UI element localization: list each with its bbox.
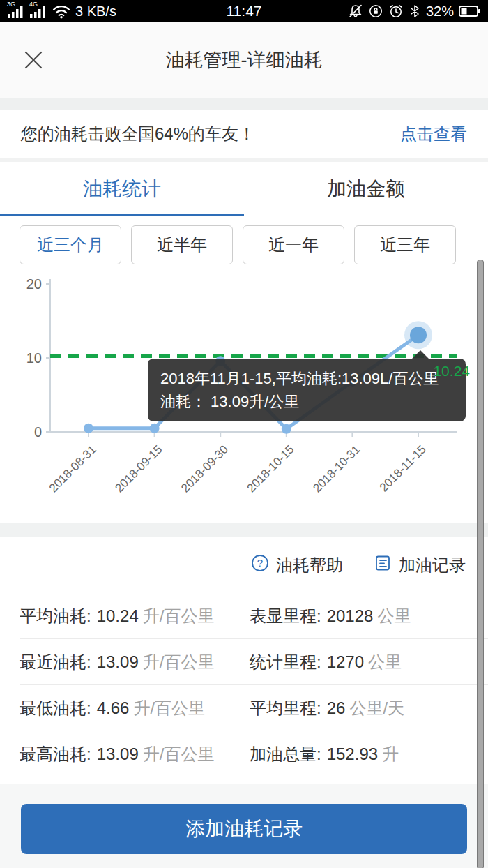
stat-value: 20128	[327, 606, 374, 625]
filter-3-years-button[interactable]: 近三年	[354, 225, 456, 264]
tab-bar: 油耗统计 加油金额	[0, 162, 488, 216]
stat-row: 最高油耗:13.09升/百公里 加油总量:152.93升	[20, 731, 488, 777]
tooltip-line1: 2018年11月1-15,平均油耗:13.09L/百公里	[160, 367, 453, 390]
view-ranking-link[interactable]: 点击查看	[400, 123, 467, 145]
chart-tooltip: 2018年11月1-15,平均油耗:13.09L/百公里 油耗： 13.09升/…	[148, 359, 466, 421]
svg-text:0: 0	[34, 424, 42, 440]
section-divider	[0, 98, 488, 110]
bluetooth-icon	[409, 3, 421, 19]
stat-unit: 升/百公里	[143, 652, 215, 671]
tab-refuel-amount[interactable]: 加油金额	[244, 162, 488, 216]
page-title: 油耗管理-详细油耗	[0, 47, 488, 73]
filter-half-year-button[interactable]: 近半年	[131, 225, 233, 264]
data-point	[150, 424, 160, 433]
svg-text:2018-08-31: 2018-08-31	[47, 442, 99, 495]
stat-unit: 升/百公里	[143, 744, 215, 763]
highlighted-data-point	[410, 327, 427, 343]
signal-bars-icon: 3G	[7, 2, 25, 20]
ranking-message: 您的油耗击败全国64%的车友！	[21, 123, 255, 145]
data-point	[282, 424, 291, 434]
svg-text:2018-09-30: 2018-09-30	[178, 442, 231, 495]
filter-1-year-button[interactable]: 近一年	[243, 225, 344, 264]
muted-bell-icon	[348, 3, 363, 19]
stat-label: 表显里程:	[250, 606, 321, 625]
network-speed: 3 KB/s	[75, 3, 116, 20]
stat-value: 10.24	[97, 606, 139, 625]
wifi-icon	[52, 3, 71, 19]
records-document-icon	[374, 554, 392, 576]
tab-fuel-stats[interactable]: 油耗统计	[0, 162, 244, 216]
stats-section: ? 油耗帮助 加油记录 平均油耗:10.24升/百公里 表显里程:20128公里…	[0, 537, 488, 786]
stat-value: 13.09	[97, 744, 139, 763]
stat-value: 152.93	[327, 744, 378, 763]
stat-unit: 升/百公里	[133, 698, 205, 717]
status-bar: 3G 4G 3 KB/s 11:47	[0, 0, 488, 22]
svg-text:2018-11-15: 2018-11-15	[377, 442, 429, 494]
alarm-clock-icon	[388, 3, 404, 19]
ranking-banner: 您的油耗击败全国64%的车友！ 点击查看	[0, 110, 488, 162]
refuel-records-label: 加油记录	[399, 554, 466, 576]
stat-label: 最低油耗:	[20, 698, 91, 717]
fuel-help-link[interactable]: ? 油耗帮助	[251, 554, 343, 576]
battery-icon	[459, 5, 481, 17]
filter-3-months-button[interactable]: 近三个月	[20, 225, 121, 264]
close-icon[interactable]	[21, 47, 46, 73]
tab-label: 加油金额	[327, 176, 405, 202]
section-divider	[0, 523, 488, 537]
rotation-lock-icon	[368, 3, 383, 19]
svg-text:2018-10-15: 2018-10-15	[245, 442, 297, 495]
fuel-consumption-chart[interactable]: 010202018-08-312018-09-152018-09-302018-…	[0, 274, 488, 523]
svg-text:2018-10-31: 2018-10-31	[310, 442, 363, 495]
add-fuel-record-button[interactable]: 添加油耗记录	[21, 804, 467, 854]
stat-unit: 公里/天	[349, 698, 404, 717]
stat-row: 最近油耗:13.09升/百公里 统计里程:1270公里	[20, 639, 488, 685]
data-point	[84, 424, 93, 433]
svg-text:20: 20	[26, 276, 42, 292]
stat-label: 平均里程:	[250, 698, 321, 717]
stat-label: 平均油耗:	[20, 606, 91, 625]
fuel-help-label: 油耗帮助	[276, 554, 343, 576]
stat-row: 平均油耗:10.24升/百公里 表显里程:20128公里	[20, 593, 488, 639]
stat-value: 1270	[327, 652, 364, 671]
stat-unit: 升	[382, 744, 399, 763]
svg-text:?: ?	[257, 557, 263, 569]
refuel-records-link[interactable]: 加油记录	[374, 554, 466, 576]
svg-text:10: 10	[26, 350, 42, 366]
tooltip-line2: 油耗： 13.09升/公里	[160, 390, 453, 413]
stat-label: 最近油耗:	[20, 652, 91, 671]
stat-label: 最高油耗:	[20, 744, 91, 763]
question-circle-icon: ?	[251, 554, 269, 576]
stat-unit: 升/百公里	[143, 606, 215, 625]
stat-value: 4.66	[97, 698, 130, 717]
page-header: 油耗管理-详细油耗	[0, 22, 488, 98]
stat-label: 统计里程:	[250, 652, 321, 671]
stat-unit: 公里	[368, 652, 402, 671]
stat-label: 加油总量:	[250, 744, 321, 763]
svg-text:2018-09-15: 2018-09-15	[112, 442, 165, 495]
scrollbar[interactable]	[477, 260, 484, 868]
average-line-value-label: 10.24	[433, 363, 470, 380]
stat-row: 最低油耗:4.66升/百公里 平均里程:26公里/天	[20, 685, 488, 731]
footer-area: 添加油耗记录	[0, 784, 488, 868]
stat-value: 13.09	[97, 652, 139, 671]
stat-value: 26	[327, 698, 346, 717]
tab-label: 油耗统计	[83, 176, 161, 202]
period-filter-bar: 近三个月 近半年 近一年 近三年	[0, 216, 488, 274]
battery-percent: 32%	[426, 3, 454, 20]
stat-unit: 公里	[377, 606, 411, 625]
signal-bars-icon: 4G	[29, 2, 47, 20]
